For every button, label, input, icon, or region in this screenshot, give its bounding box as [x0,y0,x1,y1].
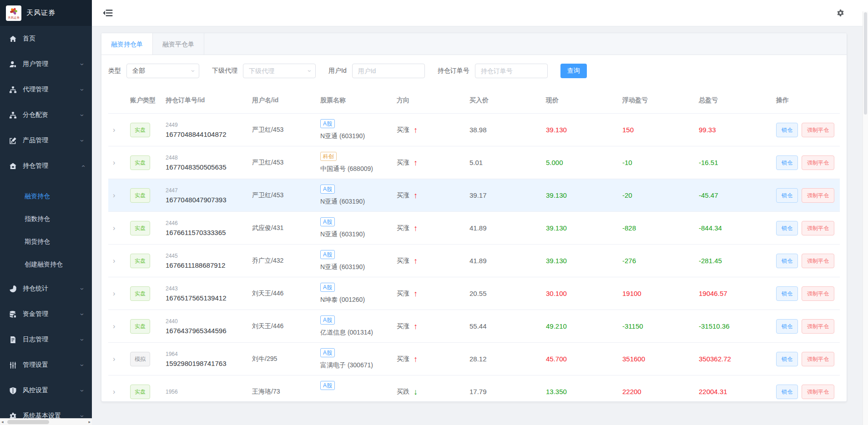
lock-button[interactable]: 锁仓 [776,155,798,170]
sidebar-item-user-mgmt[interactable]: 用户管理› [0,51,92,77]
user-icon [9,60,17,68]
log-file-icon [9,336,17,344]
float-profit-loss: -828 [622,224,699,232]
type-select-value[interactable] [127,64,199,78]
sidebar-item-log-mgmt[interactable]: 日志管理› [0,327,92,352]
stock-name: N亚通 (603190) [320,197,397,206]
force-close-button[interactable]: 强制平仓 [802,352,834,366]
force-close-button[interactable]: 强制平仓 [802,254,834,268]
lock-button[interactable]: 锁仓 [776,385,798,399]
column-header: 持仓订单号/id [166,95,252,105]
direction-label: 买涨 [397,126,409,134]
stock-cell: A股N亚通 (603190) [320,185,397,206]
userid-input[interactable] [353,64,424,78]
sidebar-item-warehouse-allocation[interactable]: 分仓配资› [0,102,92,128]
float-profit-loss: -31150 [622,322,699,330]
sidebar-item-home[interactable]: 首页 [0,26,92,51]
user-name: 严卫红/453 [252,126,320,134]
market-tag-wrap: A股 [320,381,397,393]
sidebar-item-funds-mgmt[interactable]: 资金管理› [0,301,92,327]
expand-row-icon[interactable]: › [108,322,130,330]
lock-button[interactable]: 锁仓 [776,352,798,366]
sidebar-subitem-index-position[interactable]: 指数持仓 [0,208,92,230]
type-select[interactable]: › [126,64,199,78]
expand-row-icon[interactable]: › [108,290,130,298]
expand-row-icon[interactable]: › [108,191,130,200]
sidebar-subitem-financing-position[interactable]: 融资持仓 [0,185,92,208]
stock-cell: A股N亚通 (603190) [320,119,397,140]
force-close-button[interactable]: 强制平仓 [802,123,834,137]
sidebar-item-label: 分仓配资 [23,111,48,119]
sidebar-subitem-create-financing-position[interactable]: 创建融资持仓 [0,253,92,276]
table-row: ›实盘24471677048047907393严卫红/453A股N亚通 (603… [108,179,840,212]
actions-cell: 锁仓强制平仓 [776,385,840,399]
sidebar-item-position-stats[interactable]: 持仓统计› [0,276,92,301]
scrollbar-thumb[interactable] [864,12,867,115]
force-close-button[interactable]: 强制平仓 [802,385,834,399]
column-header: 买入价 [469,95,546,105]
sidebar-item-admin-settings[interactable]: 管理设置› [0,352,92,378]
market-tag: 科创 [320,152,337,161]
order-no: 1956 [166,387,252,396]
lock-button[interactable]: 锁仓 [776,123,798,137]
direction-cell: 买涨↑ [397,159,469,167]
orderno-input[interactable] [475,64,547,78]
sidebar-item-position-mgmt[interactable]: 持仓管理› [0,153,92,179]
userid-input-box[interactable] [352,64,425,78]
force-close-button[interactable]: 强制平仓 [802,319,834,334]
tab-financing-close-orders[interactable]: 融资平仓单 [153,33,204,55]
float-profit-loss: 22200 [622,388,699,395]
sidebar-horizontal-scrollbar[interactable]: ◂ ▸ [0,418,92,425]
scrollbar-thumb[interactable] [7,420,49,424]
stock-cell: A股 [320,381,397,402]
sidebar-subitem-futures-position[interactable]: 期货持仓 [0,230,92,253]
order-cell: 24471677048047907393 [166,186,252,205]
current-price: 5.000 [546,159,622,166]
expand-row-icon[interactable]: › [108,224,130,232]
sidebar-item-product-mgmt[interactable]: 产品管理› [0,128,92,153]
lock-button[interactable]: 锁仓 [776,221,798,235]
sidebar-item-agent-mgmt[interactable]: 代理管理› [0,77,92,102]
scroll-right-icon[interactable]: ▸ [88,420,91,424]
collapse-menu-icon[interactable] [103,9,113,17]
expand-row-icon[interactable]: › [108,355,130,363]
float-profit-loss: 19100 [622,290,699,297]
trend-up-icon: ↑ [414,257,418,265]
table-row: ›实盘1956王海珞/73A股买跌↓17.7913.3502220022004.… [108,375,840,402]
sidebar-item-risk-control-settings[interactable]: 风控设置› [0,378,92,403]
table-header: 账户类型持仓订单号/id用户名/id股票名称方向买入价现价浮动盈亏总盈亏操作 [108,86,840,114]
buy-price: 39.17 [469,191,546,199]
direction-label: 买涨 [397,159,409,167]
chevron-down-icon: › [79,390,86,392]
expand-row-icon[interactable]: › [108,126,130,134]
order-id: 1677048844104872 [166,130,252,140]
force-close-button[interactable]: 强制平仓 [802,155,834,170]
order-cell: 24461676611570333365 [166,219,252,238]
force-close-button[interactable]: 强制平仓 [802,286,834,301]
force-close-button[interactable]: 强制平仓 [802,221,834,235]
expand-row-icon[interactable]: › [108,159,130,167]
force-close-button[interactable]: 强制平仓 [802,188,834,203]
vertical-scrollbar[interactable] [863,11,868,425]
tab-financing-position-orders[interactable]: 融资持仓单 [101,33,153,55]
chevron-down-icon: › [79,114,86,116]
account-type-cell: 实盘 [130,123,166,137]
agent-select[interactable]: › [243,64,316,78]
lock-button[interactable]: 锁仓 [776,286,798,301]
market-tag-wrap: A股 [320,315,397,328]
chevron-down-icon: › [79,415,86,417]
gear-icon[interactable] [837,9,844,17]
table-body: ›实盘24491677048844104872严卫红/453A股N亚通 (603… [108,114,840,402]
scroll-left-icon[interactable]: ◂ [1,420,4,424]
lock-button[interactable]: 锁仓 [776,188,798,203]
direction-label: 买涨 [397,257,409,265]
user-name: 刘天王/446 [252,290,320,298]
sidebar-item-system-basic-settings[interactable]: 系统基本设置› [0,403,92,418]
lock-button[interactable]: 锁仓 [776,254,798,268]
search-button[interactable]: 查询 [560,64,587,78]
expand-row-icon[interactable]: › [108,388,130,396]
agent-select-input[interactable] [243,64,315,78]
expand-row-icon[interactable]: › [108,257,130,265]
lock-button[interactable]: 锁仓 [776,319,798,334]
orderno-input-box[interactable] [475,64,548,78]
